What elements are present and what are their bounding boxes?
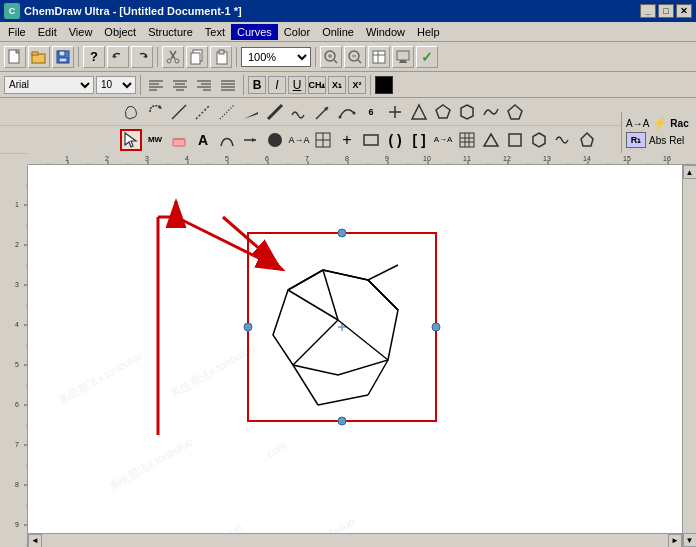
window-controls[interactable]: _ □ ✕ <box>640 4 692 18</box>
rotate-tool[interactable] <box>144 101 166 123</box>
maximize-btn[interactable]: □ <box>658 4 674 18</box>
menu-file[interactable]: File <box>2 24 32 40</box>
circle-fill-tool[interactable] <box>264 129 286 151</box>
zoom-in-btn[interactable] <box>320 46 342 68</box>
handle-left <box>244 323 252 331</box>
scrollbar-vertical[interactable]: ▲ ▼ <box>682 165 696 547</box>
drawing-area[interactable]: 系统那法x.tonbuluo 系统那法x.tonbuluo 系统那法x.tonb… <box>28 165 696 547</box>
hexagon-tool[interactable] <box>456 101 478 123</box>
square-tool[interactable] <box>504 129 526 151</box>
pentagon-tool[interactable] <box>432 101 454 123</box>
cut-btn[interactable] <box>162 46 184 68</box>
zoom-select[interactable]: 100% 50% 75% 150% 200% <box>241 47 311 67</box>
paren-tool[interactable]: ( ) <box>384 129 406 151</box>
align-right-btn[interactable] <box>193 74 215 96</box>
align-center-btn[interactable] <box>169 74 191 96</box>
scroll-right-btn[interactable]: ► <box>668 534 682 548</box>
react-arrow-tool[interactable]: A→A <box>288 129 310 151</box>
grid-tool[interactable] <box>312 129 334 151</box>
menu-color[interactable]: Color <box>278 24 316 40</box>
help-question-btn[interactable]: ? <box>83 46 105 68</box>
scrollbar-horizontal[interactable]: ◄ ► <box>28 533 682 547</box>
new-btn[interactable] <box>4 46 26 68</box>
align-left-btn[interactable] <box>145 74 167 96</box>
eraser-tool[interactable] <box>168 129 190 151</box>
dashed-line-tool[interactable] <box>192 101 214 123</box>
hex2-tool[interactable] <box>528 129 550 151</box>
bezier-tool[interactable] <box>216 129 238 151</box>
mw-tool[interactable]: MW <box>144 129 166 151</box>
menu-text[interactable]: Text <box>199 24 231 40</box>
open-btn[interactable] <box>28 46 50 68</box>
menu-curves[interactable]: Curves <box>231 24 278 40</box>
svg-text:2: 2 <box>105 155 109 162</box>
select-tool[interactable] <box>120 129 142 151</box>
ruler-horizontal: 1 2 3 4 5 6 7 8 9 10 11 12 13 14 15 16 <box>28 153 696 165</box>
rect-outline-tool[interactable] <box>360 129 382 151</box>
pentagon2-tool[interactable] <box>504 101 526 123</box>
bracket-tool[interactable]: [ ] <box>408 129 430 151</box>
toolbar-row2: Arial Times New Roman 10 12 14 B I U CH₄… <box>0 72 696 98</box>
copy-btn[interactable] <box>186 46 208 68</box>
hashtag-tool[interactable] <box>456 129 478 151</box>
font-size-select[interactable]: 10 12 14 <box>96 76 136 94</box>
underline-btn[interactable]: U <box>288 76 306 94</box>
menu-view[interactable]: View <box>63 24 99 40</box>
wave-shape-tool[interactable] <box>480 101 502 123</box>
computer-btn[interactable] <box>392 46 414 68</box>
arrow-tool[interactable] <box>312 101 334 123</box>
scroll-down-btn[interactable]: ▼ <box>683 533 697 547</box>
svg-marker-79 <box>533 133 545 147</box>
minimize-btn[interactable]: _ <box>640 4 656 18</box>
redo-btn[interactable] <box>131 46 153 68</box>
chem-btn[interactable]: CH₄ <box>308 76 326 94</box>
wave2-tool[interactable] <box>552 129 574 151</box>
undo-btn[interactable] <box>107 46 129 68</box>
line-tool[interactable] <box>168 101 190 123</box>
svg-text:4: 4 <box>15 321 19 328</box>
toolbar-row1: ? 100% 50% 75% 150% 200% ✓ <box>0 42 696 72</box>
superscript-btn[interactable]: X² <box>348 76 366 94</box>
settings-btn[interactable] <box>368 46 390 68</box>
wavy-tool[interactable] <box>288 101 310 123</box>
italic-btn[interactable]: I <box>268 76 286 94</box>
save-btn[interactable] <box>52 46 74 68</box>
bold-line-tool[interactable] <box>264 101 286 123</box>
svg-text:5: 5 <box>225 155 229 162</box>
svg-line-181 <box>368 265 398 280</box>
star-tool[interactable] <box>576 129 598 151</box>
lasso-tool[interactable] <box>120 101 142 123</box>
paste-btn[interactable] <box>210 46 232 68</box>
check-btn[interactable]: ✓ <box>416 46 438 68</box>
scroll-up-btn[interactable]: ▲ <box>683 165 697 179</box>
scroll-left-btn[interactable]: ◄ <box>28 534 42 548</box>
wedge-tool[interactable] <box>240 101 262 123</box>
dotted-line-tool[interactable] <box>216 101 238 123</box>
font-family-select[interactable]: Arial Times New Roman <box>4 76 94 94</box>
svg-text:2: 2 <box>15 241 19 248</box>
sep1 <box>78 47 79 67</box>
menu-help[interactable]: Help <box>411 24 446 40</box>
subscript-btn[interactable]: X₁ <box>328 76 346 94</box>
bold-btn[interactable]: B <box>248 76 266 94</box>
plus-tool[interactable] <box>384 101 406 123</box>
aa-tool[interactable]: A→A <box>432 129 454 151</box>
sep4 <box>315 47 316 67</box>
triangle-tool[interactable] <box>408 101 430 123</box>
close-btn[interactable]: ✕ <box>676 4 692 18</box>
menu-edit[interactable]: Edit <box>32 24 63 40</box>
menu-window[interactable]: Window <box>360 24 411 40</box>
zoom-out-btn[interactable] <box>344 46 366 68</box>
plus2-tool[interactable]: + <box>336 129 358 151</box>
menu-structure[interactable]: Structure <box>142 24 199 40</box>
text-color-box[interactable] <box>375 76 393 94</box>
svg-text:4: 4 <box>185 155 189 162</box>
text-tool[interactable]: A <box>192 129 214 151</box>
align-justify-btn[interactable] <box>217 74 239 96</box>
curve-tool[interactable] <box>336 101 358 123</box>
menu-online[interactable]: Online <box>316 24 360 40</box>
menu-object[interactable]: Object <box>98 24 142 40</box>
svg-line-177 <box>293 320 338 365</box>
arrow2-tool[interactable] <box>240 129 262 151</box>
tri2-tool[interactable] <box>480 129 502 151</box>
